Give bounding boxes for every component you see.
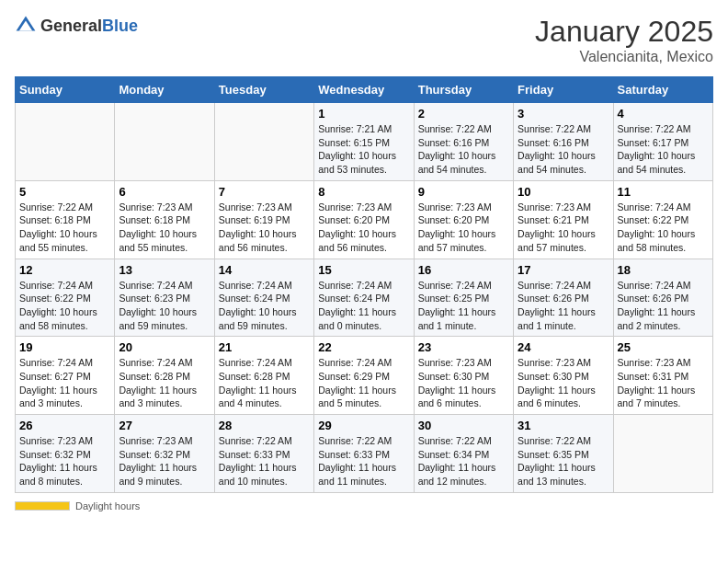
day-number: 4 (618, 107, 709, 121)
header-day-thursday: Thursday (414, 77, 513, 103)
logo-general-text: General (40, 17, 102, 35)
calendar-body: 1Sunrise: 7:21 AMSunset: 6:15 PMDaylight… (16, 103, 713, 493)
day-number: 5 (19, 185, 110, 199)
calendar-cell: 27Sunrise: 7:23 AMSunset: 6:32 PMDayligh… (115, 415, 214, 493)
day-number: 21 (219, 340, 310, 354)
day-number: 11 (618, 185, 709, 199)
day-info: Sunrise: 7:24 AMSunset: 6:28 PMDaylight:… (219, 356, 310, 410)
calendar-cell: 14Sunrise: 7:24 AMSunset: 6:24 PMDayligh… (214, 259, 313, 337)
calendar-cell: 2Sunrise: 7:22 AMSunset: 6:16 PMDaylight… (414, 103, 513, 181)
day-info: Sunrise: 7:24 AMSunset: 6:26 PMDaylight:… (518, 279, 609, 333)
header-day-tuesday: Tuesday (214, 77, 313, 103)
calendar-cell: 9Sunrise: 7:23 AMSunset: 6:20 PMDaylight… (414, 180, 513, 259)
day-info: Sunrise: 7:24 AMSunset: 6:26 PMDaylight:… (618, 279, 709, 333)
day-number: 7 (219, 185, 310, 199)
day-info: Sunrise: 7:24 AMSunset: 6:22 PMDaylight:… (618, 201, 709, 255)
header-day-sunday: Sunday (16, 77, 115, 103)
calendar-cell: 26Sunrise: 7:23 AMSunset: 6:32 PMDayligh… (16, 415, 115, 493)
day-number: 23 (418, 340, 509, 354)
day-info: Sunrise: 7:22 AMSunset: 6:16 PMDaylight:… (518, 122, 609, 177)
calendar-cell: 10Sunrise: 7:23 AMSunset: 6:21 PMDayligh… (514, 180, 613, 259)
day-info: Sunrise: 7:23 AMSunset: 6:31 PMDaylight:… (618, 356, 709, 410)
calendar-cell: 13Sunrise: 7:24 AMSunset: 6:23 PMDayligh… (115, 259, 214, 337)
day-number: 27 (119, 419, 210, 432)
day-number: 22 (318, 340, 409, 354)
day-info: Sunrise: 7:23 AMSunset: 6:30 PMDaylight:… (518, 356, 609, 410)
calendar-cell: 1Sunrise: 7:21 AMSunset: 6:15 PMDaylight… (314, 103, 414, 181)
day-number: 28 (219, 419, 310, 432)
day-number: 31 (518, 419, 609, 432)
calendar-cell: 8Sunrise: 7:23 AMSunset: 6:20 PMDaylight… (314, 180, 414, 259)
day-info: Sunrise: 7:23 AMSunset: 6:20 PMDaylight:… (418, 201, 509, 255)
footer: Daylight hours (15, 500, 713, 511)
week-row-5: 26Sunrise: 7:23 AMSunset: 6:32 PMDayligh… (16, 415, 713, 493)
calendar-cell: 22Sunrise: 7:24 AMSunset: 6:29 PMDayligh… (314, 337, 414, 415)
daylight-label: Daylight hours (75, 500, 140, 511)
title-area: January 2025 Valencianita, Mexico (535, 15, 713, 65)
day-info: Sunrise: 7:24 AMSunset: 6:24 PMDaylight:… (318, 279, 409, 333)
day-number: 2 (418, 107, 509, 121)
calendar-cell: 23Sunrise: 7:23 AMSunset: 6:30 PMDayligh… (414, 337, 513, 415)
day-info: Sunrise: 7:22 AMSunset: 6:35 PMDaylight:… (518, 434, 609, 488)
day-info: Sunrise: 7:24 AMSunset: 6:25 PMDaylight:… (418, 279, 509, 333)
day-number: 1 (318, 107, 409, 121)
calendar-cell: 3Sunrise: 7:22 AMSunset: 6:16 PMDaylight… (514, 103, 613, 181)
calendar-cell: 25Sunrise: 7:23 AMSunset: 6:31 PMDayligh… (613, 337, 712, 415)
calendar-cell: 21Sunrise: 7:24 AMSunset: 6:28 PMDayligh… (214, 337, 313, 415)
location-title: Valencianita, Mexico (535, 49, 713, 65)
day-number: 12 (19, 263, 110, 277)
day-info: Sunrise: 7:24 AMSunset: 6:24 PMDaylight:… (219, 279, 310, 333)
week-row-3: 12Sunrise: 7:24 AMSunset: 6:22 PMDayligh… (16, 259, 713, 337)
day-info: Sunrise: 7:22 AMSunset: 6:18 PMDaylight:… (19, 201, 110, 255)
header-day-monday: Monday (115, 77, 214, 103)
calendar-cell: 15Sunrise: 7:24 AMSunset: 6:24 PMDayligh… (314, 259, 414, 337)
day-number: 26 (19, 419, 110, 432)
day-info: Sunrise: 7:23 AMSunset: 6:19 PMDaylight:… (219, 201, 310, 255)
week-row-1: 1Sunrise: 7:21 AMSunset: 6:15 PMDaylight… (16, 103, 713, 181)
day-info: Sunrise: 7:24 AMSunset: 6:27 PMDaylight:… (19, 356, 110, 410)
day-number: 6 (119, 185, 210, 199)
calendar-cell: 6Sunrise: 7:23 AMSunset: 6:18 PMDaylight… (115, 180, 214, 259)
day-info: Sunrise: 7:23 AMSunset: 6:30 PMDaylight:… (418, 356, 509, 410)
calendar-cell: 16Sunrise: 7:24 AMSunset: 6:25 PMDayligh… (414, 259, 513, 337)
day-info: Sunrise: 7:23 AMSunset: 6:32 PMDaylight:… (119, 434, 210, 488)
day-info: Sunrise: 7:22 AMSunset: 6:17 PMDaylight:… (618, 122, 709, 177)
calendar-table: SundayMondayTuesdayWednesdayThursdayFrid… (15, 76, 713, 493)
day-number: 29 (318, 419, 409, 432)
calendar-cell (115, 103, 214, 181)
day-number: 14 (219, 263, 310, 277)
calendar-cell: 4Sunrise: 7:22 AMSunset: 6:17 PMDaylight… (613, 103, 712, 181)
day-number: 15 (318, 263, 409, 277)
day-number: 8 (318, 185, 409, 199)
day-info: Sunrise: 7:23 AMSunset: 6:32 PMDaylight:… (19, 434, 110, 488)
daylight-bar (15, 501, 70, 511)
day-number: 9 (418, 185, 509, 199)
day-number: 13 (119, 263, 210, 277)
calendar-cell: 17Sunrise: 7:24 AMSunset: 6:26 PMDayligh… (514, 259, 613, 337)
day-info: Sunrise: 7:22 AMSunset: 6:34 PMDaylight:… (418, 434, 509, 488)
logo-icon (15, 15, 37, 37)
calendar-cell: 24Sunrise: 7:23 AMSunset: 6:30 PMDayligh… (514, 337, 613, 415)
day-number: 24 (518, 340, 609, 354)
calendar-cell: 19Sunrise: 7:24 AMSunset: 6:27 PMDayligh… (16, 337, 115, 415)
calendar-cell (214, 103, 313, 181)
calendar-cell: 18Sunrise: 7:24 AMSunset: 6:26 PMDayligh… (613, 259, 712, 337)
day-info: Sunrise: 7:24 AMSunset: 6:23 PMDaylight:… (119, 279, 210, 333)
logo-blue-text: Blue (102, 17, 138, 35)
day-info: Sunrise: 7:23 AMSunset: 6:18 PMDaylight:… (119, 201, 210, 255)
day-number: 16 (418, 263, 509, 277)
calendar-cell: 31Sunrise: 7:22 AMSunset: 6:35 PMDayligh… (514, 415, 613, 493)
page-header: GeneralBlue January 2025 Valencianita, M… (15, 15, 713, 65)
day-number: 30 (418, 419, 509, 432)
day-number: 19 (19, 340, 110, 354)
calendar-cell (613, 415, 712, 493)
day-number: 25 (618, 340, 709, 354)
header-day-wednesday: Wednesday (314, 77, 414, 103)
day-info: Sunrise: 7:24 AMSunset: 6:29 PMDaylight:… (318, 356, 409, 410)
header-day-friday: Friday (514, 77, 613, 103)
week-row-4: 19Sunrise: 7:24 AMSunset: 6:27 PMDayligh… (16, 337, 713, 415)
calendar-cell: 11Sunrise: 7:24 AMSunset: 6:22 PMDayligh… (613, 180, 712, 259)
day-number: 20 (119, 340, 210, 354)
day-info: Sunrise: 7:23 AMSunset: 6:21 PMDaylight:… (518, 201, 609, 255)
day-number: 3 (518, 107, 609, 121)
